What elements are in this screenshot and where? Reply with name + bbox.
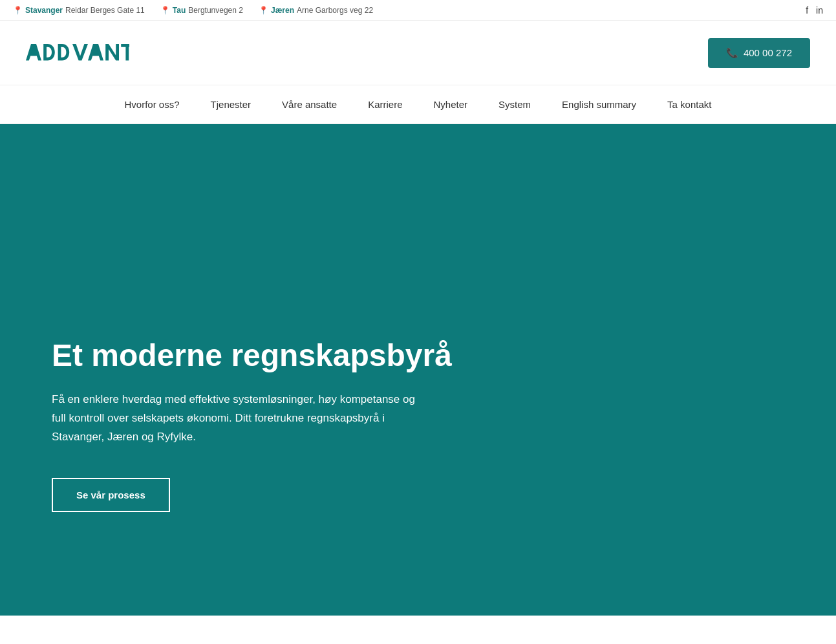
phone-button[interactable]: 📞 400 00 272	[708, 38, 810, 68]
site-header: 📞 400 00 272	[0, 21, 836, 85]
nav-item-english-summary[interactable]: English summary	[549, 94, 649, 115]
main-nav: Hvorfor oss? Tjenester Våre ansatte Karr…	[0, 85, 836, 124]
address-tau: Bergtunvegen 2	[188, 6, 243, 15]
nav-item-tjenester[interactable]: Tjenester	[198, 94, 264, 115]
top-bar: 📍 Stavanger Reidar Berges Gate 11 📍 Tau …	[0, 0, 836, 21]
pin-icon-stavanger: 📍	[13, 6, 23, 15]
pin-icon-jaren: 📍	[259, 6, 268, 15]
location-jaren: 📍 Jæren Arne Garborgs veg 22	[259, 6, 373, 15]
nav-item-hvorfor-oss[interactable]: Hvorfor oss?	[112, 94, 193, 115]
hero-title: Et moderne regnskapsbyrå	[52, 339, 491, 373]
location-tau: 📍 Tau Bergtunvegen 2	[160, 6, 243, 15]
phone-icon: 📞	[726, 47, 738, 59]
nav-item-vare-ansatte[interactable]: Våre ansatte	[269, 94, 350, 115]
facebook-icon[interactable]: f	[806, 5, 808, 16]
hero-content: Et moderne regnskapsbyrå Få en enklere h…	[52, 339, 491, 512]
address-jaren: Arne Garborgs veg 22	[297, 6, 373, 15]
social-links: f in	[806, 5, 823, 16]
hero-description: Få en enklere hverdag med effektive syst…	[52, 391, 427, 447]
locations-bar: 📍 Stavanger Reidar Berges Gate 11 📍 Tau …	[13, 6, 806, 15]
nav-item-system[interactable]: System	[486, 94, 544, 115]
logo[interactable]	[26, 37, 129, 69]
location-stavanger: 📍 Stavanger Reidar Berges Gate 11	[13, 6, 145, 15]
city-stavanger: Stavanger	[25, 6, 63, 15]
hero-cta-button[interactable]: Se vår prosess	[52, 478, 170, 512]
address-stavanger: Reidar Berges Gate 11	[65, 6, 145, 15]
hero-section: Et moderne regnskapsbyrå Få en enklere h…	[0, 124, 836, 616]
linkedin-icon[interactable]: in	[816, 5, 823, 16]
pin-icon-tau: 📍	[160, 6, 170, 15]
svg-marker-2	[72, 44, 88, 61]
nav-item-nyheter[interactable]: Nyheter	[421, 94, 481, 115]
city-tau: Tau	[173, 6, 186, 15]
phone-number: 400 00 272	[744, 47, 792, 58]
nav-item-karriere[interactable]: Karriere	[355, 94, 415, 115]
nav-item-ta-kontakt[interactable]: Ta kontakt	[654, 94, 724, 115]
logo-svg	[26, 37, 129, 69]
city-jaren: Jæren	[271, 6, 294, 15]
